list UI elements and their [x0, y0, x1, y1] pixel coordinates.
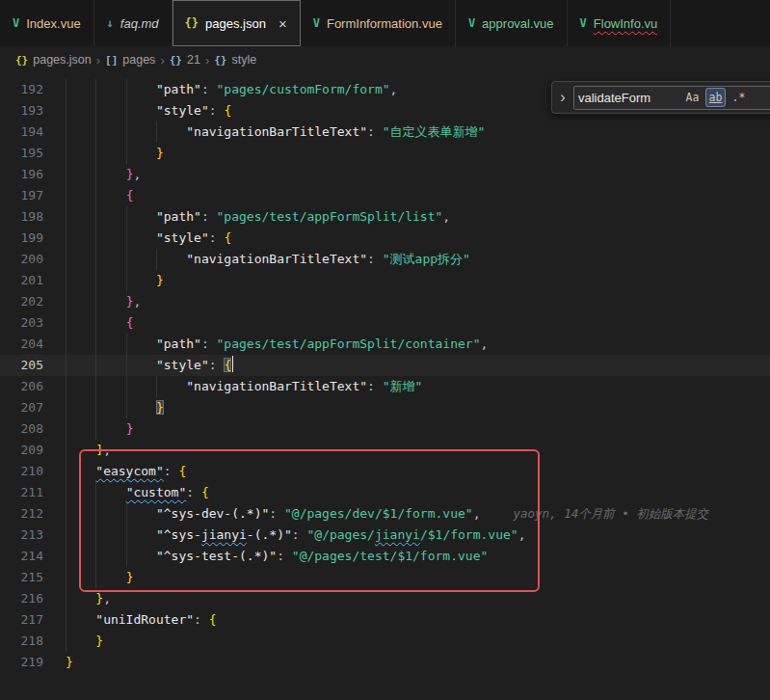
tab-Index.vue[interactable]: VIndex.vue [0, 0, 94, 46]
indent-guide [95, 482, 96, 503]
code-line-196[interactable]: 196 }, [0, 164, 770, 185]
indent-guide [66, 100, 66, 121]
find-input[interactable] [578, 91, 679, 105]
code-line-213[interactable]: 213 "^sys-jianyi-(.*)": "@/pages/jianyi/… [0, 525, 770, 546]
whole-word-toggle[interactable]: ab [705, 88, 726, 107]
token: "uniIdRouter" [95, 612, 194, 627]
tab-FormInformation.vue[interactable]: VFormInformation.vue [301, 0, 456, 46]
line-number[interactable]: 213 [0, 525, 66, 546]
line-number[interactable]: 218 [0, 631, 66, 652]
code-line-211[interactable]: 211 "custom": { [0, 482, 770, 503]
indent-guide [66, 249, 66, 270]
token: -(.*)" [247, 527, 292, 542]
close-icon[interactable]: × [279, 15, 287, 32]
match-case-toggle[interactable]: Aa [682, 88, 703, 107]
token: : [209, 103, 225, 118]
breadcrumb-item-style[interactable]: {}style [214, 53, 256, 67]
line-number[interactable]: 206 [0, 376, 66, 397]
token: : [201, 337, 217, 351]
breadcrumb-item-pages[interactable]: []pages [105, 53, 155, 67]
line-number[interactable]: 198 [0, 206, 66, 228]
indent-guide [66, 376, 66, 397]
line-content: "easycom": { [66, 461, 770, 482]
line-number[interactable]: 211 [0, 482, 66, 503]
line-number[interactable]: 216 [0, 588, 66, 609]
code-line-214[interactable]: 214 "^sys-test-(.*)": "@/pages/test/$1/f… [0, 546, 770, 567]
breadcrumb-separator-icon: › [155, 53, 169, 67]
symbol-array-icon: [] [105, 54, 118, 67]
code-line-195[interactable]: 195 } [0, 143, 770, 164]
line-number[interactable]: 195 [0, 143, 66, 164]
line-number[interactable]: 196 [0, 164, 66, 185]
indent-guide [126, 334, 127, 355]
regex-toggle[interactable]: .* [729, 88, 749, 107]
breadcrumb-item-21[interactable]: {}21 [170, 53, 200, 67]
code-line-208[interactable]: 208 } [0, 418, 770, 440]
line-number[interactable]: 192 [0, 79, 66, 100]
indent-guide [95, 206, 96, 228]
line-number[interactable]: 203 [0, 312, 66, 334]
find-expand-chevron-icon[interactable]: › [557, 89, 569, 106]
code-line-212[interactable]: 212 "^sys-dev-(.*)": "@/pages/dev/$1/for… [0, 503, 770, 525]
find-input-box: Aaab.* [573, 86, 770, 110]
line-number[interactable]: 205 [0, 355, 66, 376]
token: "^sys-test-(.*)" [156, 549, 277, 563]
line-number[interactable]: 215 [0, 567, 66, 588]
code-line-219[interactable]: 219} [0, 652, 770, 673]
code-line-201[interactable]: 201 } [0, 270, 770, 291]
line-number[interactable]: 207 [0, 397, 66, 418]
code-line-218[interactable]: 218 } [0, 631, 770, 652]
tab-pages.json[interactable]: {}pages.json× [173, 0, 301, 46]
token: { [209, 612, 217, 627]
code-line-199[interactable]: 199 "style": { [0, 228, 770, 249]
line-number[interactable]: 210 [0, 461, 66, 482]
code-line-204[interactable]: 204 "path": "pages/test/appFormSplit/con… [0, 334, 770, 355]
code-line-206[interactable]: 206 "navigationBarTitleText": "新增" [0, 376, 770, 397]
indent-guide [66, 588, 66, 609]
line-number[interactable]: 194 [0, 121, 66, 143]
breadcrumb: {}pages.json›[]pages›{}21›{}style [0, 46, 770, 73]
line-number[interactable]: 193 [0, 100, 66, 121]
code-line-217[interactable]: 217 "uniIdRouter": { [0, 609, 770, 631]
code-line-198[interactable]: 198 "path": "pages/test/appFormSplit/lis… [0, 206, 770, 228]
code-line-216[interactable]: 216 }, [0, 588, 770, 609]
token [66, 103, 156, 118]
breadcrumb-item-pages.json[interactable]: {}pages.json [15, 53, 92, 67]
tab-label: approval.vue [482, 16, 553, 31]
token: "style" [156, 103, 209, 118]
token: : [209, 358, 225, 372]
code-line-207[interactable]: 207 } [0, 397, 770, 418]
code-line-203[interactable]: 203 { [0, 312, 770, 334]
tab-FlowInfo.vu[interactable]: VFlowInfo.vu [568, 0, 672, 46]
line-number[interactable]: 204 [0, 334, 66, 355]
line-number[interactable]: 197 [0, 185, 66, 206]
line-number[interactable]: 201 [0, 270, 66, 291]
indent-guide [95, 418, 96, 440]
line-number[interactable]: 214 [0, 546, 66, 567]
token: "^sys- [156, 527, 201, 542]
line-number[interactable]: 202 [0, 291, 66, 312]
line-number[interactable]: 212 [0, 503, 66, 525]
code-line-197[interactable]: 197 { [0, 185, 770, 206]
code-line-200[interactable]: 200 "navigationBarTitleText": "测试app拆分" [0, 249, 770, 270]
line-number[interactable]: 219 [0, 652, 66, 673]
code-line-205[interactable]: 205 "style": { [0, 355, 770, 376]
tab-approval.vue[interactable]: Vapproval.vue [456, 0, 568, 46]
line-number[interactable]: 200 [0, 249, 66, 270]
code-line-210[interactable]: 210 "easycom": { [0, 461, 770, 482]
code-line-215[interactable]: 215 } [0, 567, 770, 588]
line-number[interactable]: 199 [0, 228, 66, 249]
token: : [367, 124, 383, 139]
token [66, 337, 156, 351]
token: : [209, 230, 225, 245]
tab-faq.md[interactable]: ↓faq.md [94, 0, 173, 46]
indent-guide [66, 121, 66, 143]
code-line-209[interactable]: 209 ], [0, 440, 770, 461]
line-number[interactable]: 209 [0, 440, 66, 461]
line-content: "navigationBarTitleText": "自定义表单新增" [66, 121, 770, 143]
line-number[interactable]: 217 [0, 609, 66, 631]
code-line-194[interactable]: 194 "navigationBarTitleText": "自定义表单新增" [0, 121, 770, 143]
line-number[interactable]: 208 [0, 418, 66, 440]
token [66, 209, 156, 224]
code-line-202[interactable]: 202 }, [0, 291, 770, 312]
